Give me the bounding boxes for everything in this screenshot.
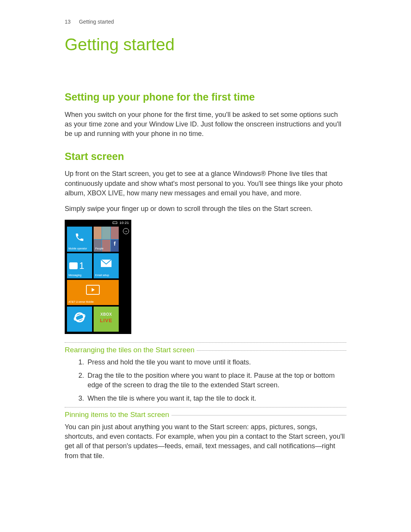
- arrow-right-icon: →: [123, 228, 129, 234]
- subsection-title: Rearranging the tiles on the Start scree…: [65, 345, 197, 355]
- xbox-label-top: XBOX: [94, 307, 119, 317]
- phone-status-bar: 10:21: [65, 220, 131, 225]
- dotted-rule: [172, 415, 346, 415]
- xbox-label-bottom: LIVE: [94, 317, 119, 324]
- mail-icon: [101, 259, 112, 270]
- step-3: When the tile is where you want it, tap …: [86, 394, 346, 403]
- tile-label: People: [95, 247, 104, 251]
- tile-label: Mobile operator: [68, 247, 87, 251]
- tile-email: Email setup: [94, 253, 119, 278]
- phone-clock: 10:21: [119, 221, 129, 225]
- tiles-area: Mobile operator f People → 1 Messaging E…: [67, 225, 129, 334]
- messaging-icon: [69, 262, 78, 269]
- chapter-title: Getting started: [65, 33, 346, 56]
- subsection-title: Pinning items to the Start screen: [65, 410, 172, 420]
- step-2: Drag the tile to the position where you …: [86, 371, 346, 390]
- start-screen-body-1: Up front on the Start screen, you get to…: [65, 169, 346, 198]
- tile-messaging: 1 Messaging: [67, 253, 92, 278]
- tile-label: Email setup: [95, 273, 109, 277]
- tile-label: Messaging: [68, 273, 81, 277]
- tile-people: f People: [94, 227, 119, 252]
- section-start-screen-title: Start screen: [65, 150, 346, 164]
- pinning-body: You can pin just about anything you want…: [65, 422, 346, 461]
- messaging-count: 1: [79, 259, 84, 272]
- step-1: Press and hold the tile you want to move…: [86, 358, 346, 367]
- subsection-rearranging: Rearranging the tiles on the Start scree…: [65, 345, 346, 355]
- dotted-rule: [65, 407, 346, 407]
- subsection-pinning: Pinning items to the Start screen: [65, 410, 346, 420]
- dotted-rule: [65, 342, 346, 343]
- section-setting-up-body: When you switch on your phone for the fi…: [65, 110, 346, 139]
- ie-icon: [74, 312, 85, 326]
- dotted-rule: [197, 350, 346, 351]
- running-title: Getting started: [79, 19, 114, 25]
- page-header: 13 Getting started: [65, 18, 346, 26]
- tile-internet-explorer: [67, 307, 92, 332]
- phone-start-screen-figure: 10:21 Mobile operator f People → 1 Messa…: [65, 220, 131, 334]
- tv-play-icon: [86, 285, 100, 295]
- page-number: 13: [65, 19, 71, 25]
- tile-att-uverse: AT&T U-verse Mobile: [67, 280, 119, 305]
- tile-label: AT&T U-verse Mobile: [68, 300, 94, 304]
- rearranging-steps: Press and hold the tile you want to move…: [65, 358, 346, 404]
- battery-icon: [113, 222, 117, 224]
- phone-icon: [75, 232, 84, 242]
- tile-xbox-live: XBOX LIVE: [94, 307, 119, 332]
- section-setting-up-title: Setting up your phone for the first time: [65, 90, 346, 105]
- tile-mobile-operator: Mobile operator: [67, 227, 92, 252]
- start-screen-body-2: Simply swipe your finger up or down to s…: [65, 204, 346, 214]
